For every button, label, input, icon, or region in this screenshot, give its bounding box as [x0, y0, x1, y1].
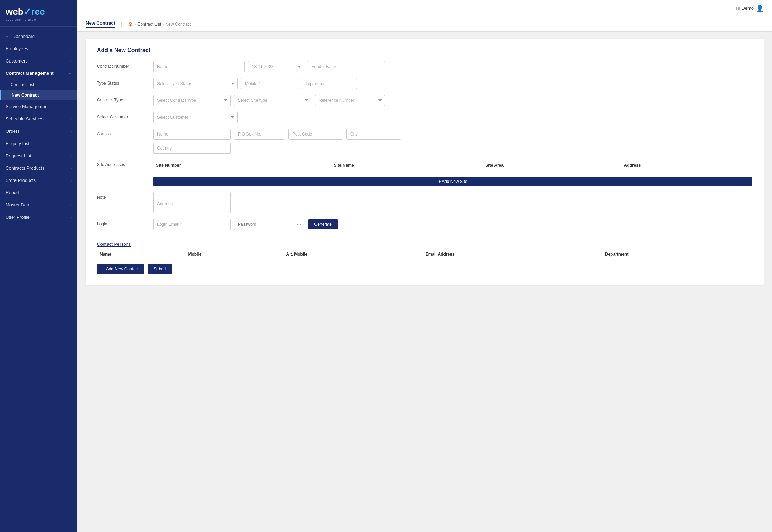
dashboard-icon: ⌂ — [6, 34, 8, 39]
select-customer-row: Select Customer Select Customer * — [97, 112, 752, 123]
sidebar-item-orders[interactable]: Orders › — [0, 125, 77, 137]
note-input[interactable] — [153, 192, 231, 213]
address-label: Address — [97, 129, 153, 136]
logo-text: web✓ree — [6, 6, 72, 17]
sidebar-item-schedule-services[interactable]: Schedule Services › — [0, 113, 77, 125]
sidebar-subitem-contract-list[interactable]: Contract List — [0, 79, 77, 90]
site-name-col: Site Name — [331, 161, 483, 170]
contract-type-select[interactable]: Select Contract Type — [153, 95, 231, 106]
contact-department-col: Department — [602, 250, 752, 259]
sidebar-nav: ⌂ Dashboard Employees › Customers › Cont… — [0, 27, 77, 532]
login-email-input[interactable] — [153, 219, 231, 230]
city-input[interactable] — [346, 129, 401, 140]
customers-label: Customers — [6, 58, 28, 64]
form-actions: + Add New Contact Submit — [97, 264, 752, 274]
reference-number-select[interactable]: Reference Number — [315, 95, 385, 106]
customer-select[interactable]: Select Customer * — [153, 112, 238, 123]
address-row: Address — [97, 129, 752, 154]
department-input[interactable] — [301, 78, 357, 89]
contract-number-row: Contract Number 13-11-2023 — [97, 61, 752, 72]
contact-persons-section: Contact Persons Name Mobile Alt. Mobile … — [97, 241, 752, 274]
schedule-services-arrow: › — [70, 117, 72, 121]
master-data-arrow: › — [70, 203, 72, 207]
type-status-fields: Select Type Status — [153, 78, 752, 89]
sidebar-item-customers[interactable]: Customers › — [0, 55, 77, 67]
sidebar-item-store-products[interactable]: Store Products › — [0, 174, 77, 186]
breadcrumb: 🏠 › Contract List › New Contract — [128, 22, 191, 27]
sidebar-item-contracts-products[interactable]: Contracts Products › — [0, 162, 77, 174]
sidebar-item-user-profile[interactable]: User Profile › — [0, 211, 77, 223]
page-header: New Contract | 🏠 › Contract List › New C… — [77, 17, 772, 32]
contract-name-input[interactable] — [153, 61, 245, 72]
sidebar-item-employees[interactable]: Employees › — [0, 42, 77, 55]
note-row: Note — [97, 192, 752, 213]
password-eye-icon[interactable]: ⤺ — [294, 222, 304, 227]
breadcrumb-home-icon[interactable]: 🏠 — [128, 22, 133, 27]
contact-alt-mobile-col: Alt. Mobile — [284, 250, 423, 259]
contact-name-col: Name — [97, 250, 186, 259]
contract-type-label: Contract Type — [97, 95, 153, 103]
type-status-row: Type Status Select Type Status — [97, 78, 752, 89]
site-number-col: Site Number — [153, 161, 331, 170]
select-customer-fields: Select Customer * — [153, 112, 752, 123]
contract-number-fields: 13-11-2023 — [153, 61, 752, 72]
select-customer-label: Select Customer — [97, 112, 153, 119]
contract-number-label: Contract Number — [97, 61, 153, 69]
sidebar-subitem-new-contract[interactable]: New Contract — [0, 90, 77, 100]
password-wrapper: ⤺ — [234, 219, 304, 230]
site-addresses-row: Site Addresses Site Number Site Name Sit… — [97, 159, 752, 186]
orders-arrow: › — [70, 129, 72, 133]
employees-label: Employees — [6, 46, 28, 51]
content-area: Add a New Contract Contract Number 13-11… — [77, 32, 772, 532]
po-box-input[interactable] — [234, 129, 285, 140]
logo-sub: accelerating growth — [6, 18, 72, 21]
site-addresses-table: Site Number Site Name Site Area Address — [153, 161, 752, 170]
vendor-name-input[interactable] — [308, 61, 385, 72]
site-area-col: Site Area — [482, 161, 621, 170]
type-status-label: Type Status — [97, 78, 153, 86]
mobile-input[interactable] — [241, 78, 297, 89]
type-status-select[interactable]: Select Type Status — [153, 78, 238, 89]
logo-accent: ✓ree — [24, 6, 45, 17]
sidebar-item-contract-management[interactable]: Contract Management ⌄ — [0, 67, 77, 79]
sidebar-item-report[interactable]: Report › — [0, 186, 77, 199]
main-content: Hi Demo 👤 New Contract | 🏠 › Contract Li… — [77, 0, 772, 532]
login-label: Login — [97, 219, 153, 226]
topbar: Hi Demo 👤 — [77, 0, 772, 17]
sidebar-item-request-list[interactable]: Request List › — [0, 150, 77, 162]
post-code-input[interactable] — [288, 129, 343, 140]
submit-button[interactable]: Submit — [148, 264, 172, 274]
report-arrow: › — [70, 191, 72, 195]
sidebar-item-master-data[interactable]: Master Data › — [0, 199, 77, 211]
request-arrow: › — [70, 154, 72, 158]
note-label: Note — [97, 192, 153, 200]
service-management-arrow: › — [70, 105, 72, 109]
country-input[interactable] — [153, 143, 231, 154]
generate-button[interactable]: Generate — [308, 219, 338, 229]
customers-arrow: › — [70, 59, 72, 63]
sidebar-item-dashboard[interactable]: ⌂ Dashboard — [0, 30, 77, 42]
add-new-contact-button[interactable]: + Add New Contact — [97, 264, 144, 274]
page-tab[interactable]: New Contract — [86, 20, 115, 28]
site-type-select[interactable]: Select Site type — [234, 95, 311, 106]
sidebar-item-enquiry-list[interactable]: Enquiry List › — [0, 137, 77, 150]
address-fields — [153, 129, 752, 154]
login-row: Login ⤺ Generate — [97, 219, 752, 230]
password-input[interactable] — [234, 219, 294, 230]
contracts-products-arrow: › — [70, 166, 72, 170]
contract-date-select[interactable]: 13-11-2023 — [248, 61, 304, 72]
topbar-user: Hi Demo 👤 — [736, 5, 764, 12]
contact-persons-link[interactable]: Contact Persons — [97, 242, 131, 247]
breadcrumb-new-contract: New Contract — [165, 22, 191, 27]
contract-management-arrow: ⌄ — [69, 71, 72, 75]
contact-persons-table: Name Mobile Alt. Mobile Email Address De… — [97, 250, 752, 259]
breadcrumb-contract-list[interactable]: Contract List — [137, 22, 161, 27]
sidebar-item-service-management[interactable]: Service Management › — [0, 100, 77, 113]
contact-email-col: Email Address — [423, 250, 602, 259]
form-card: Add a New Contract Contract Number 13-11… — [86, 39, 764, 285]
add-new-site-button[interactable]: + Add New Site — [153, 177, 752, 186]
contract-management-label: Contract Management — [6, 71, 54, 76]
contract-type-row: Contract Type Select Contract Type Selec… — [97, 95, 752, 106]
address-name-input[interactable] — [153, 129, 231, 140]
section-divider — [97, 236, 752, 236]
